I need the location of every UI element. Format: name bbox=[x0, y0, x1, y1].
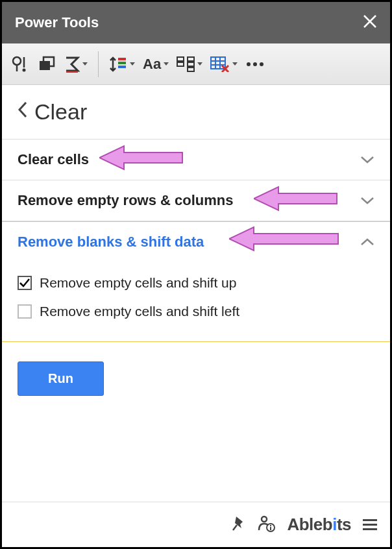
section-remove-blanks[interactable]: Remove blanks & shift data bbox=[2, 221, 390, 262]
svg-point-32 bbox=[262, 517, 267, 522]
section-title: Remove blanks & shift data bbox=[18, 234, 204, 250]
svg-point-27 bbox=[260, 62, 263, 66]
checkbox-checked-icon[interactable] bbox=[18, 276, 32, 290]
toolbar-separator bbox=[98, 51, 99, 77]
checkbox-unchecked-icon[interactable] bbox=[18, 304, 32, 319]
titlebar: Power Tools bbox=[2, 2, 390, 43]
option-shift-left[interactable]: Remove empty cells and shift left bbox=[18, 297, 374, 326]
svg-marker-29 bbox=[254, 187, 337, 210]
split-tools-icon[interactable] bbox=[174, 51, 205, 78]
chevron-up-icon bbox=[360, 238, 374, 247]
menu-icon[interactable] bbox=[363, 519, 377, 530]
chevron-down-icon bbox=[360, 196, 374, 205]
svg-marker-30 bbox=[229, 227, 338, 250]
smart-toolkit-icon[interactable] bbox=[7, 51, 32, 78]
run-area: Run bbox=[2, 342, 390, 502]
svg-marker-28 bbox=[99, 146, 182, 169]
run-button[interactable]: Run bbox=[18, 361, 104, 396]
svg-rect-16 bbox=[188, 62, 194, 66]
svg-rect-14 bbox=[177, 62, 184, 66]
svg-rect-10 bbox=[118, 58, 126, 60]
clear-cells-icon[interactable] bbox=[208, 51, 240, 78]
svg-point-34 bbox=[270, 524, 271, 526]
section-clear-cells[interactable]: Clear cells bbox=[2, 140, 390, 180]
svg-rect-11 bbox=[118, 62, 126, 64]
chevron-down-icon bbox=[164, 62, 169, 66]
svg-rect-13 bbox=[177, 57, 184, 61]
svg-line-31 bbox=[233, 525, 237, 530]
annotation-arrow bbox=[254, 184, 338, 213]
close-icon[interactable] bbox=[363, 14, 377, 32]
svg-point-25 bbox=[247, 62, 251, 66]
info-person-icon[interactable] bbox=[257, 515, 275, 535]
annotation-arrow bbox=[99, 143, 184, 172]
section-body-remove-blanks: Remove empty cells and shift up Remove e… bbox=[2, 262, 390, 342]
option-label: Remove empty cells and shift left bbox=[40, 304, 239, 319]
more-tools-icon[interactable] bbox=[243, 51, 267, 78]
annotation-arrow bbox=[229, 225, 339, 253]
brand-logo: Ablebits bbox=[287, 515, 351, 535]
svg-point-5 bbox=[23, 68, 26, 71]
svg-point-26 bbox=[253, 62, 257, 66]
toolbar: Aa bbox=[2, 43, 390, 85]
pin-icon[interactable] bbox=[231, 515, 245, 535]
svg-rect-15 bbox=[188, 57, 194, 61]
section-title: Clear cells bbox=[18, 151, 89, 168]
back-icon[interactable] bbox=[18, 101, 28, 123]
chevron-down-icon bbox=[360, 155, 374, 164]
svg-rect-17 bbox=[188, 67, 194, 71]
chevron-down-icon bbox=[232, 62, 238, 66]
breadcrumb: Clear bbox=[2, 85, 390, 140]
sigma-icon[interactable] bbox=[62, 51, 90, 78]
page-title: Clear bbox=[34, 99, 87, 125]
chevron-down-icon bbox=[197, 62, 202, 66]
option-shift-up[interactable]: Remove empty cells and shift up bbox=[18, 269, 374, 297]
svg-rect-12 bbox=[118, 66, 126, 68]
svg-point-2 bbox=[13, 57, 21, 65]
app-title: Power Tools bbox=[15, 14, 99, 31]
sort-by-color-icon[interactable] bbox=[106, 51, 138, 78]
text-tools-icon[interactable]: Aa bbox=[140, 51, 171, 78]
option-label: Remove empty cells and shift up bbox=[40, 275, 236, 291]
section-remove-empty[interactable]: Remove empty rows & columns bbox=[2, 180, 390, 221]
dedupe-compare-icon[interactable] bbox=[34, 51, 59, 78]
chevron-down-icon bbox=[130, 62, 135, 66]
section-title: Remove empty rows & columns bbox=[18, 192, 234, 209]
footer: Ablebits bbox=[2, 502, 390, 547]
chevron-down-icon bbox=[82, 62, 88, 66]
